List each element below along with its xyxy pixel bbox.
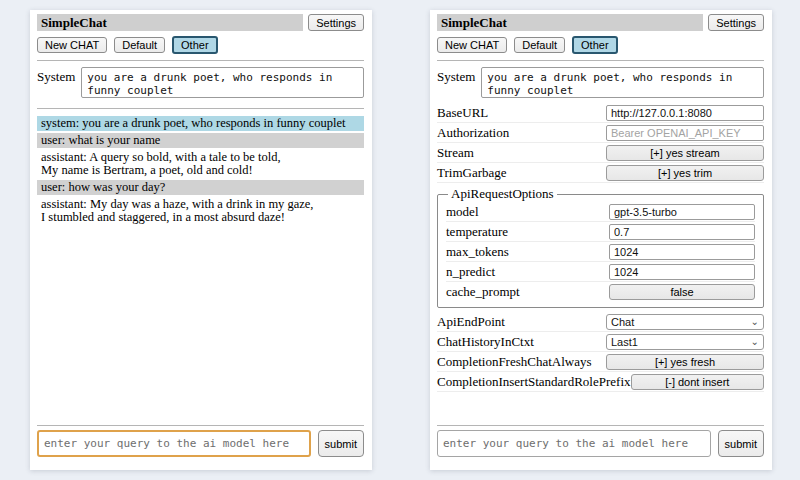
max-tokens-label: max_tokens [446,244,509,260]
submit-button[interactable]: submit [318,430,364,457]
temperature-input[interactable] [609,224,755,240]
cache-prompt-row: cache_prompt false [446,282,755,302]
trim-garbage-row: TrimGarbage [+] yes trim [437,163,764,183]
query-input[interactable] [437,430,711,457]
stream-toggle-button[interactable]: [+] yes stream [606,145,764,161]
chat-history-in-ctxt-row: ChatHistoryInCtxt Last1 ⌄ [437,332,764,352]
system-prompt-row: System [37,67,364,98]
stream-label: Stream [437,145,474,161]
system-label: System [437,67,475,98]
chat-history-in-ctxt-label: ChatHistoryInCtxt [437,334,534,350]
api-endpoint-label: ApiEndPoint [437,314,505,330]
chat-message-user: user: what is your name [37,133,364,148]
divider [37,108,364,109]
chat-message-system: system: you are a drunk poet, who respon… [37,116,364,131]
chat-panel: SimpleChat Settings New CHAT Default Oth… [30,10,372,470]
divider [437,60,764,61]
max-tokens-input[interactable] [609,244,755,260]
model-label: model [446,204,479,220]
session-other-button[interactable]: Other [172,36,218,54]
temperature-label: temperature [446,224,508,240]
completion-fresh-chat-always-label: CompletionFreshChatAlways [437,354,592,370]
authorization-label: Authorization [437,125,509,141]
baseurl-label: BaseURL [437,105,488,121]
temperature-row: temperature [446,222,755,242]
api-request-options-legend: ApiRequestOptions [448,186,557,202]
n-predict-row: n_predict [446,262,755,282]
chat-message-user: user: how was your day? [37,180,364,195]
settings-button[interactable]: Settings [708,14,764,31]
session-buttons-row: New CHAT Default Other [37,37,364,54]
n-predict-label: n_predict [446,264,495,280]
model-row: model [446,202,755,222]
api-endpoint-select[interactable]: Chat ⌄ [606,314,764,330]
spacer [37,227,364,419]
n-predict-input[interactable] [609,264,755,280]
baseurl-input[interactable] [606,105,764,121]
system-label: System [37,67,75,98]
completion-insert-standard-role-prefix-toggle-button[interactable]: [-] dont insert [631,374,764,390]
completion-fresh-chat-always-toggle-button[interactable]: [+] yes fresh [606,354,764,370]
system-prompt-row: System [437,67,764,98]
chat-messages: system: you are a drunk poet, who respon… [37,116,364,227]
chat-history-selected-value: Last1 [611,336,638,348]
max-tokens-row: max_tokens [446,242,755,262]
chat-message-assistant: assistant: My day was a haze, with a dri… [37,197,364,225]
completion-insert-standard-role-prefix-label: CompletionInsertStandardRolePrefix [437,374,631,390]
session-buttons-row: New CHAT Default Other [437,37,764,54]
system-prompt-input[interactable] [481,67,764,98]
settings-form: BaseURL Authorization Stream [+] yes str… [437,103,764,392]
app-title: SimpleChat [437,14,703,31]
trim-garbage-label: TrimGarbage [437,165,507,181]
chevron-down-icon: ⌄ [751,318,759,326]
model-input[interactable] [609,204,755,220]
new-chat-button[interactable]: New CHAT [437,37,507,53]
chat-message-assistant: assistant: A query so bold, with a tale … [37,150,364,178]
cache-prompt-label: cache_prompt [446,284,520,300]
submit-button[interactable]: submit [718,430,764,457]
completion-fresh-chat-always-row: CompletionFreshChatAlways [+] yes fresh [437,352,764,372]
chevron-down-icon: ⌄ [751,338,759,346]
session-other-button[interactable]: Other [572,36,618,54]
settings-panel: SimpleChat Settings New CHAT Default Oth… [430,10,772,470]
baseurl-row: BaseURL [437,103,764,123]
api-endpoint-row: ApiEndPoint Chat ⌄ [437,312,764,332]
page: SimpleChat Settings New CHAT Default Oth… [0,0,800,480]
new-chat-button[interactable]: New CHAT [37,37,107,53]
api-endpoint-selected-value: Chat [611,316,634,328]
session-default-button[interactable]: Default [114,37,165,53]
stream-row: Stream [+] yes stream [437,143,764,163]
session-default-button[interactable]: Default [514,37,565,53]
divider [37,425,364,426]
authorization-row: Authorization [437,123,764,143]
titlebar: SimpleChat Settings [37,14,364,31]
authorization-input[interactable] [606,125,764,141]
completion-insert-standard-role-prefix-row: CompletionInsertStandardRolePrefix [-] d… [437,372,764,392]
settings-button[interactable]: Settings [308,14,364,31]
divider [437,425,764,426]
divider [37,60,364,61]
trim-garbage-toggle-button[interactable]: [+] yes trim [606,165,764,181]
app-title: SimpleChat [37,14,303,31]
api-request-options-fieldset: ApiRequestOptions model temperature max_… [437,186,764,308]
cache-prompt-toggle-button[interactable]: false [609,284,755,300]
query-row: submit [37,430,364,457]
system-prompt-input[interactable] [81,67,364,98]
chat-history-in-ctxt-select[interactable]: Last1 ⌄ [606,334,764,350]
spacer [437,392,764,419]
query-input[interactable] [37,430,311,457]
query-row: submit [437,430,764,457]
titlebar: SimpleChat Settings [437,14,764,31]
